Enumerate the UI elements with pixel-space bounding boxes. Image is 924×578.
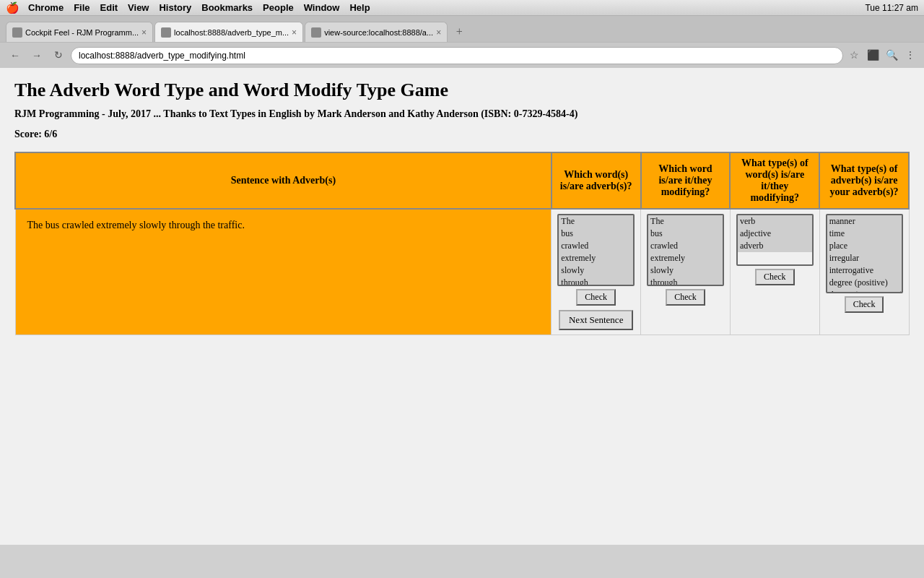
forward-button[interactable]: → [27, 46, 46, 65]
address-input[interactable] [79, 51, 835, 61]
apple-logo-icon: 🍎 [6, 1, 19, 14]
check-button-3[interactable]: Check [755, 269, 795, 285]
menu-icon[interactable]: ⋮ [902, 48, 918, 64]
search-icon[interactable]: 🔍 [884, 48, 899, 64]
refresh-button[interactable]: ↻ [49, 46, 68, 65]
menu-help[interactable]: Help [349, 2, 370, 13]
menu-chrome[interactable]: Chrome [28, 2, 64, 13]
modifying-contents: Thebuscrawledextremelyslowlythroughthetr… [647, 214, 724, 306]
header-adverbs: Which word(s) is/are adverb(s)? [552, 152, 641, 209]
menu-people[interactable]: People [263, 2, 294, 13]
sentence-text: The bus crawled extremely slowly through… [22, 214, 546, 237]
tab-title-1: Cockpit Feel - RJM Programm... [25, 28, 139, 37]
extension-icon[interactable]: ⬛ [865, 48, 881, 64]
modifying-cell: Thebuscrawledextremelyslowlythroughthetr… [641, 209, 731, 335]
time-display: Tue 11:27 am [865, 3, 918, 13]
header-type-word: What type(s) of word(s) is/are it/they m… [730, 152, 819, 209]
check-button-1[interactable]: Check [576, 289, 616, 306]
menu-file[interactable]: File [74, 2, 90, 13]
new-tab-button[interactable]: + [449, 22, 469, 42]
modifying-listbox[interactable]: Thebuscrawledextremelyslowlythroughthetr… [647, 214, 724, 286]
check-button-2[interactable]: Check [666, 289, 705, 306]
back-button[interactable]: ← [6, 46, 25, 65]
tab-2[interactable]: localhost:8888/adverb_type_m... × [154, 22, 303, 42]
menu-history[interactable]: History [159, 2, 191, 13]
menu-bookmarks[interactable]: Bookmarks [201, 2, 253, 13]
tab-favicon-3 [311, 27, 321, 38]
header-type-adverb: What type(s) of adverb(s) is/are your ad… [819, 152, 909, 209]
type-adverb-contents: mannertimeplaceirregularinterrogativedeg… [826, 214, 903, 313]
toolbar: ← → ↻ ☆ ⬛ 🔍 ⋮ [0, 42, 924, 68]
tab-1[interactable]: Cockpit Feel - RJM Programm... × [6, 22, 153, 42]
menu-items: Chrome File Edit View History Bookmarks … [28, 2, 370, 13]
type-adverb-listbox[interactable]: mannertimeplaceirregularinterrogativedeg… [826, 214, 903, 293]
bookmark-icon[interactable]: ☆ [846, 48, 862, 64]
header-sentence: Sentence with Adverb(s) [15, 152, 552, 209]
tab-close-2[interactable]: × [292, 27, 297, 38]
tab-favicon-1 [12, 27, 22, 38]
menu-window[interactable]: Window [304, 2, 340, 13]
toolbar-right: ☆ ⬛ 🔍 ⋮ [846, 48, 918, 64]
browser-chrome: Cockpit Feel - RJM Programm... × localho… [0, 16, 924, 68]
menu-view[interactable]: View [128, 2, 149, 13]
type-word-cell: verbadjectiveadverb Check [730, 209, 819, 335]
type-word-listbox[interactable]: verbadjectiveadverb [736, 214, 814, 266]
tab-close-3[interactable]: × [436, 27, 441, 38]
sentence-cell: The bus crawled extremely slowly through… [15, 209, 552, 335]
address-bar[interactable] [71, 47, 843, 64]
menu-edit[interactable]: Edit [100, 2, 118, 13]
tab-title-3: view-source:localhost:8888/a... [324, 28, 433, 37]
tab-close-1[interactable]: × [141, 27, 147, 38]
menu-bar: 🍎 Chrome File Edit View History Bookmark… [0, 0, 924, 16]
header-modifying: Which word is/are it/they modifying? [641, 152, 731, 209]
tab-bar: Cockpit Feel - RJM Programm... × localho… [0, 16, 924, 42]
tab-title-2: localhost:8888/adverb_type_m... [174, 28, 289, 37]
adverbs-cell: Thebuscrawledextremelyslowlythroughthetr… [552, 209, 641, 335]
check-button-4[interactable]: Check [845, 296, 884, 313]
adverbs-listbox[interactable]: Thebuscrawledextremelyslowlythroughthetr… [557, 214, 635, 286]
score-display: Score: 6/6 [14, 129, 910, 140]
menu-right: Tue 11:27 am [865, 3, 918, 13]
tab-favicon-2 [161, 27, 171, 38]
type-adverb-cell: mannertimeplaceirregularinterrogativedeg… [819, 209, 909, 335]
attribution-text: RJM Programming - July, 2017 ... Thanks … [14, 108, 910, 120]
adverbs-contents: Thebuscrawledextremelyslowlythroughthetr… [557, 214, 635, 330]
type-word-contents: verbadjectiveadverb Check [736, 214, 814, 285]
next-sentence-button[interactable]: Next Sentence [559, 310, 633, 330]
page-content: The Adverb Word Type and Word Modify Typ… [0, 68, 924, 545]
tab-3[interactable]: view-source:localhost:8888/a... × [305, 22, 448, 42]
game-table: Sentence with Adverb(s) Which word(s) is… [14, 152, 910, 335]
page-title: The Adverb Word Type and Word Modify Typ… [14, 79, 910, 101]
